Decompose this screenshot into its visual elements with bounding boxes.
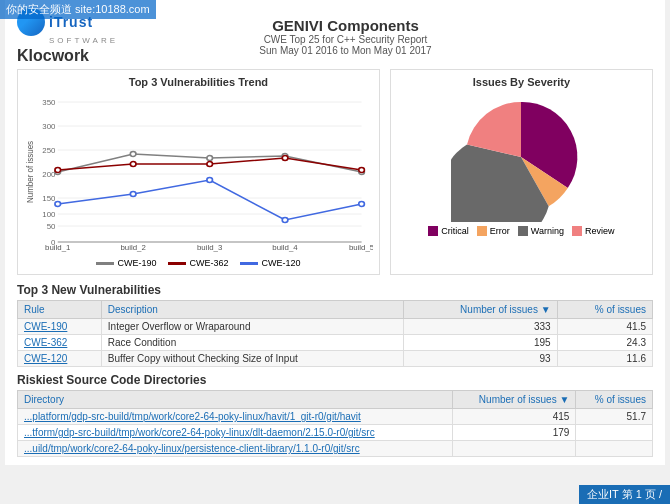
legend-color-cwe190 [96, 262, 114, 265]
dir-table-header-row: Directory Number of issues ▼ % of issues [18, 391, 653, 409]
svg-point-31 [282, 156, 288, 161]
svg-point-32 [359, 168, 365, 173]
line-chart-container: Top 3 Vulnerabilities Trend Number of is… [17, 69, 380, 275]
pie-legend-label-critical: Critical [441, 226, 469, 236]
vuln-rule-2[interactable]: CWE-362 [18, 335, 102, 351]
dir-count-1: 415 [452, 409, 576, 425]
vuln-col-desc[interactable]: Description [101, 301, 403, 319]
vuln-pct-3: 11.6 [557, 351, 652, 367]
dir-path-2[interactable]: ...tform/gdp-src-build/tmp/work/core2-64… [18, 425, 453, 441]
dir-pct-3 [576, 441, 653, 457]
svg-text:350: 350 [42, 98, 55, 106]
line-chart-title: Top 3 Vulnerabilities Trend [24, 76, 373, 88]
svg-point-30 [207, 162, 213, 167]
logo-software-text: SOFTWARE [49, 36, 118, 45]
pie-legend-critical: Critical [428, 226, 469, 236]
vuln-count-1: 333 [403, 319, 557, 335]
legend-label-cwe190: CWE-190 [117, 258, 156, 268]
vuln-table: Rule Description Number of issues ▼ % of… [17, 300, 653, 367]
vuln-table-header-row: Rule Description Number of issues ▼ % of… [18, 301, 653, 319]
vuln-desc-2: Race Condition [101, 335, 403, 351]
legend-label-cwe362: CWE-362 [189, 258, 228, 268]
pie-legend-warning: Warning [518, 226, 564, 236]
legend-cwe120: CWE-120 [240, 258, 300, 268]
vuln-rule-3[interactable]: CWE-120 [18, 351, 102, 367]
pie-legend-label-review: Review [585, 226, 615, 236]
vuln-count-3: 93 [403, 351, 557, 367]
svg-text:build_1: build_1 [45, 243, 70, 251]
svg-point-28 [55, 168, 61, 173]
pie-chart-svg [451, 92, 591, 222]
legend-color-cwe362 [168, 262, 186, 265]
svg-point-33 [55, 202, 61, 207]
dir-col-directory[interactable]: Directory [18, 391, 453, 409]
pie-legend-box-review [572, 226, 582, 236]
svg-point-25 [207, 156, 213, 161]
dir-table-title: Riskiest Source Code Directories [17, 373, 653, 387]
dir-pct-1: 51.7 [576, 409, 653, 425]
table-row: CWE-362 Race Condition 195 24.3 [18, 335, 653, 351]
svg-text:300: 300 [42, 122, 55, 130]
report-subtitle: CWE Top 25 for C++ Security Report [118, 34, 573, 45]
vuln-rule-1[interactable]: CWE-190 [18, 319, 102, 335]
vuln-count-2: 195 [403, 335, 557, 351]
report-date-range: Sun May 01 2016 to Mon May 01 2017 [118, 45, 573, 56]
pie-legend-label-warning: Warning [531, 226, 564, 236]
svg-text:150: 150 [42, 194, 55, 202]
table-row: ...uild/tmp/work/core2-64-poky-linux/per… [18, 441, 653, 457]
vuln-desc-1: Integer Overflow or Wraparound [101, 319, 403, 335]
legend-label-cwe120: CWE-120 [261, 258, 300, 268]
svg-text:build_4: build_4 [272, 243, 297, 251]
dir-pct-2 [576, 425, 653, 441]
svg-point-37 [359, 202, 365, 207]
vuln-col-pct[interactable]: % of issues [557, 301, 652, 319]
table-row: ...platform/gdp-src-build/tmp/work/core2… [18, 409, 653, 425]
line-chart-svg: Number of issues 350 300 250 200 150 100… [24, 92, 373, 252]
dir-path-1[interactable]: ...platform/gdp-src-build/tmp/work/core2… [18, 409, 453, 425]
watermark-top: 你的安全频道 site:10188.com [0, 0, 156, 19]
charts-row: Top 3 Vulnerabilities Trend Number of is… [17, 69, 653, 275]
dir-col-count[interactable]: Number of issues ▼ [452, 391, 576, 409]
line-chart-legend: CWE-190 CWE-362 CWE-120 [24, 258, 373, 268]
dir-path-3[interactable]: ...uild/tmp/work/core2-64-poky-linux/per… [18, 441, 453, 457]
table-row: CWE-120 Buffer Copy without Checking Siz… [18, 351, 653, 367]
klocwork-label: Klocwork [17, 47, 89, 65]
vuln-pct-1: 41.5 [557, 319, 652, 335]
pie-legend-review: Review [572, 226, 615, 236]
svg-text:build_3: build_3 [197, 243, 222, 251]
dir-col-pct[interactable]: % of issues [576, 391, 653, 409]
vuln-table-title: Top 3 New Vulnerabilities [17, 283, 653, 297]
svg-text:build_5: build_5 [349, 243, 373, 251]
dir-table: Directory Number of issues ▼ % of issues… [17, 390, 653, 457]
svg-text:Number of issues: Number of issues [25, 141, 36, 203]
svg-point-29 [130, 162, 136, 167]
table-row: CWE-190 Integer Overflow or Wraparound 3… [18, 319, 653, 335]
legend-cwe190: CWE-190 [96, 258, 156, 268]
svg-text:build_2: build_2 [120, 243, 145, 251]
main-container: iTrust SOFTWARE Klocwork GENIVI Componen… [5, 0, 665, 465]
dir-count-2: 179 [452, 425, 576, 441]
vuln-pct-2: 24.3 [557, 335, 652, 351]
pie-legend-error: Error [477, 226, 510, 236]
pie-legend-label-error: Error [490, 226, 510, 236]
vuln-col-rule[interactable]: Rule [18, 301, 102, 319]
svg-point-36 [282, 218, 288, 223]
pie-chart-container: Issues By Severity Crit [390, 69, 653, 275]
dir-count-3 [452, 441, 576, 457]
pie-chart-legend: Critical Error Warning Review [428, 226, 614, 236]
pie-legend-box-critical [428, 226, 438, 236]
svg-text:200: 200 [42, 170, 55, 178]
svg-text:250: 250 [42, 146, 55, 154]
report-title: GENIVI Components [118, 17, 573, 34]
watermark-bottom-right: 企业IT 第 1 页 / [579, 484, 670, 504]
svg-point-35 [207, 178, 213, 183]
svg-text:100: 100 [42, 210, 55, 218]
pie-legend-box-warning [518, 226, 528, 236]
pie-chart-title: Issues By Severity [473, 76, 570, 88]
pie-legend-box-error [477, 226, 487, 236]
svg-text:50: 50 [47, 222, 56, 230]
vuln-col-count[interactable]: Number of issues ▼ [403, 301, 557, 319]
svg-point-24 [130, 152, 136, 157]
vuln-desc-3: Buffer Copy without Checking Size of Inp… [101, 351, 403, 367]
svg-point-34 [130, 192, 136, 197]
